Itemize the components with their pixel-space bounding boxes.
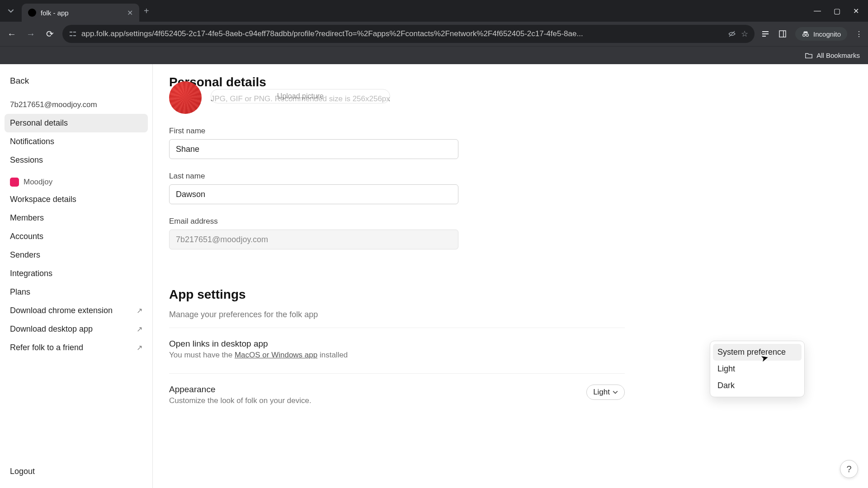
- workspace-badge-icon: [10, 178, 19, 187]
- incognito-badge[interactable]: Incognito: [795, 27, 847, 41]
- sidebar-item-accounts[interactable]: Accounts: [5, 227, 148, 246]
- sidebar-item-label: Plans: [10, 287, 30, 297]
- email-input: [169, 230, 458, 249]
- last-name-label: Last name: [169, 172, 625, 181]
- minimize-icon[interactable]: —: [814, 7, 821, 15]
- browser-chrome: folk - app ✕ + — ▢ ✕ ← → ⟳ app.folk.app/…: [0, 0, 868, 64]
- first-name-label: First name: [169, 127, 625, 136]
- chevron-down-icon: [613, 389, 618, 395]
- reading-list-icon[interactable]: [761, 29, 770, 38]
- app-settings-subtitle: Manage your preferences for the folk app: [169, 310, 625, 319]
- main-content: Personal details Upload picture JPG, GIF…: [153, 64, 868, 488]
- all-bookmarks-button[interactable]: All Bookmarks: [805, 52, 860, 60]
- sidebar-item-refer[interactable]: Refer folk to a friend↗: [5, 338, 148, 357]
- browser-tab[interactable]: folk - app ✕: [22, 4, 139, 22]
- sidebar-item-label: Members: [10, 213, 44, 223]
- account-email-label: 7b217651@moodjoy.com: [5, 96, 148, 114]
- tab-search-dropdown[interactable]: [4, 4, 18, 18]
- svg-rect-5: [762, 31, 769, 32]
- favicon-icon: [28, 9, 36, 17]
- logout-button[interactable]: Logout: [5, 460, 148, 483]
- bookmarks-bar: All Bookmarks: [0, 46, 868, 64]
- sidebar-item-chrome-extension[interactable]: Download chrome extension↗: [5, 301, 148, 320]
- appearance-select[interactable]: Light: [586, 385, 625, 400]
- external-link-icon: ↗: [137, 343, 142, 352]
- reload-icon[interactable]: ⟳: [43, 28, 56, 40]
- avatar-section: Upload picture JPG, GIF or PNG. Recommen…: [169, 92, 625, 114]
- tab-title: folk - app: [41, 9, 123, 17]
- forward-icon[interactable]: →: [24, 28, 37, 40]
- first-name-field: First name: [169, 127, 625, 159]
- avatar[interactable]: [169, 81, 202, 114]
- svg-rect-3: [73, 35, 76, 36]
- sidebar-item-label: Workspace details: [10, 195, 76, 204]
- back-link[interactable]: Back: [5, 70, 148, 96]
- open-links-title: Open links in desktop app: [169, 339, 348, 349]
- back-icon[interactable]: ←: [5, 28, 18, 40]
- tab-close-icon[interactable]: ✕: [127, 9, 133, 17]
- sidebar-item-label: Download chrome extension: [10, 306, 113, 315]
- svg-rect-2: [70, 35, 72, 36]
- open-links-desc-suffix: installed: [317, 351, 348, 359]
- appearance-setting: Appearance Customize the look of folk on…: [169, 373, 625, 411]
- side-panel-icon[interactable]: [778, 29, 787, 38]
- svg-rect-8: [779, 31, 786, 37]
- incognito-icon: [802, 30, 810, 38]
- site-settings-icon[interactable]: [69, 30, 77, 38]
- sidebar-item-notifications[interactable]: Notifications: [5, 132, 148, 151]
- sidebar-item-label: Personal details: [10, 118, 68, 128]
- workspace-header: Moodjoy: [5, 169, 148, 190]
- bookmark-star-icon[interactable]: ☆: [741, 29, 748, 39]
- sidebar-item-personal-details[interactable]: Personal details: [5, 114, 148, 132]
- sidebar-item-workspace-details[interactable]: Workspace details: [5, 190, 148, 209]
- email-label: Email address: [169, 217, 625, 226]
- sidebar-item-label: Refer folk to a friend: [10, 343, 83, 352]
- last-name-input[interactable]: [169, 184, 458, 204]
- appearance-title: Appearance: [169, 385, 311, 394]
- email-field: Email address: [169, 217, 625, 249]
- app-settings-title: App settings: [169, 277, 625, 307]
- sidebar-item-label: Sessions: [10, 155, 43, 165]
- settings-sidebar: Back 7b217651@moodjoy.com Personal detai…: [0, 64, 153, 488]
- sidebar-item-plans[interactable]: Plans: [5, 283, 148, 301]
- svg-point-10: [803, 34, 805, 36]
- svg-rect-1: [73, 32, 76, 33]
- appearance-option-light[interactable]: Light: [713, 361, 802, 377]
- appearance-option-dark[interactable]: Dark: [713, 377, 802, 394]
- external-link-icon: ↗: [137, 325, 142, 333]
- sidebar-item-label: Senders: [10, 250, 40, 260]
- appearance-value: Light: [593, 388, 610, 397]
- workspace-name: Moodjoy: [24, 178, 52, 187]
- sidebar-item-senders[interactable]: Senders: [5, 246, 148, 264]
- svg-rect-6: [762, 33, 769, 34]
- tab-bar: folk - app ✕ + — ▢ ✕: [0, 0, 868, 22]
- appearance-dropdown: System preference Light Dark: [710, 341, 805, 397]
- incognito-label: Incognito: [813, 30, 841, 38]
- browser-toolbar: ← → ⟳ app.folk.app/settings/4f652405-2c1…: [0, 22, 868, 46]
- help-button[interactable]: ?: [840, 460, 858, 478]
- desktop-app-link[interactable]: MacOS or Windows app: [235, 351, 317, 359]
- first-name-input[interactable]: [169, 139, 458, 159]
- sidebar-item-label: Integrations: [10, 269, 52, 278]
- sidebar-item-sessions[interactable]: Sessions: [5, 151, 148, 169]
- sidebar-item-label: Notifications: [10, 137, 54, 146]
- eye-off-icon[interactable]: [727, 29, 736, 38]
- sidebar-item-label: Accounts: [10, 232, 43, 241]
- app-root: Back 7b217651@moodjoy.com Personal detai…: [0, 64, 868, 488]
- sidebar-item-integrations[interactable]: Integrations: [5, 264, 148, 283]
- sidebar-item-members[interactable]: Members: [5, 209, 148, 227]
- svg-rect-0: [70, 32, 72, 33]
- maximize-icon[interactable]: ▢: [834, 7, 840, 15]
- external-link-icon: ↗: [137, 306, 142, 315]
- menu-icon[interactable]: ⋮: [855, 30, 863, 38]
- appearance-option-system[interactable]: System preference: [713, 344, 802, 361]
- window-controls: — ▢ ✕: [814, 7, 864, 15]
- close-window-icon[interactable]: ✕: [853, 7, 859, 15]
- sidebar-item-label: Download desktop app: [10, 324, 93, 334]
- address-bar[interactable]: app.folk.app/settings/4f652405-2c17-4fe5…: [62, 25, 755, 43]
- upload-picture-button[interactable]: Upload picture: [211, 89, 390, 103]
- svg-point-11: [806, 34, 808, 36]
- new-tab-button[interactable]: +: [144, 6, 149, 16]
- open-links-desc-prefix: You must have the: [169, 351, 235, 359]
- sidebar-item-desktop-app[interactable]: Download desktop app↗: [5, 320, 148, 338]
